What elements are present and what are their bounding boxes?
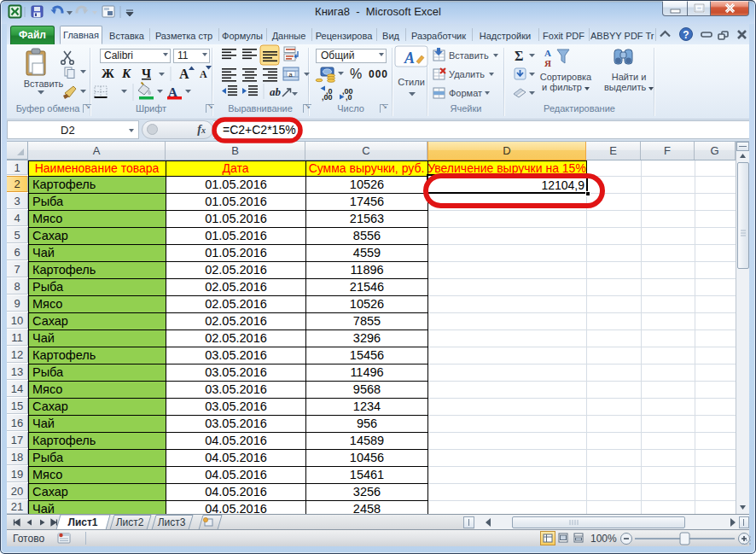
svg-text:А: А — [404, 50, 415, 67]
svg-text:Лист3: Лист3 — [158, 516, 186, 528]
svg-text:Я: Я — [544, 58, 551, 68]
svg-text:А: А — [200, 68, 207, 80]
svg-text:000: 000 — [369, 68, 388, 80]
svg-text:,0: ,0 — [346, 93, 352, 102]
svg-text:?: ? — [683, 29, 689, 41]
svg-text:Σ: Σ — [515, 49, 523, 63]
svg-text:,00: ,00 — [322, 93, 333, 102]
svg-text:%: % — [350, 67, 362, 81]
svg-text:А: А — [179, 67, 189, 81]
svg-text:А: А — [544, 48, 551, 58]
svg-text:К: К — [121, 67, 131, 80]
svg-text:Ч: Ч — [142, 67, 151, 80]
svg-text:Лист1: Лист1 — [67, 516, 97, 528]
svg-text:ab: ab — [270, 85, 282, 98]
svg-text:Ж: Ж — [102, 67, 114, 80]
svg-text:Лист2: Лист2 — [116, 516, 144, 528]
